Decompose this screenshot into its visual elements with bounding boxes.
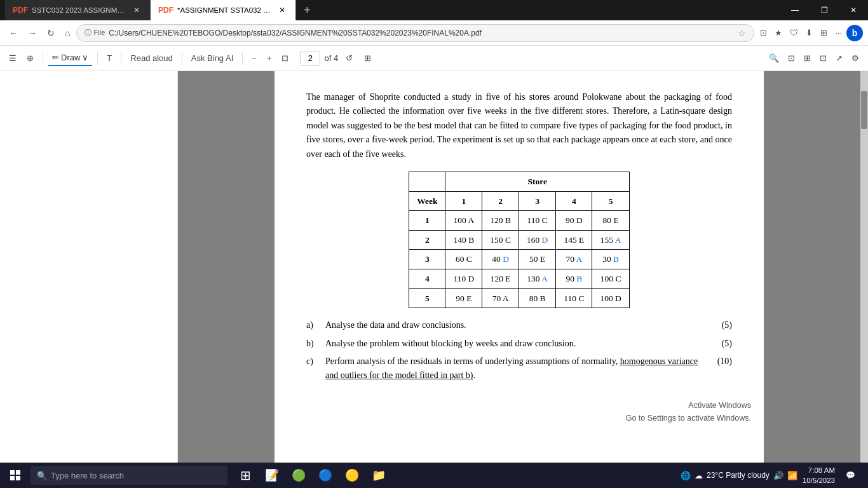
sidebar-panel — [0, 71, 178, 463]
week5-label: 5 — [409, 288, 445, 308]
pdf-area: The manager of Shoprite conducted a stud… — [178, 71, 868, 463]
weather-icon: ☁ — [695, 471, 703, 480]
start-button[interactable] — [0, 463, 31, 488]
table-header-empty — [409, 172, 445, 191]
text-select-button[interactable]: T — [103, 51, 116, 65]
tab2-label: *ASSIGNMENT SSTA032 2023 FI... — [177, 6, 273, 14]
question-list: a) Analyse the data and draw conclusions… — [306, 318, 732, 383]
tab2-close-button[interactable]: ✕ — [276, 4, 288, 16]
taskbar-right: 🌐 ☁ 23°C Partly cloudy 🔊 📶 7:08 AM 10/5/… — [681, 463, 868, 488]
app-notepad-icon[interactable]: 📝 — [259, 463, 285, 488]
maximize-button[interactable]: ❐ — [810, 0, 839, 20]
page-number-input[interactable] — [300, 51, 320, 66]
network-icon[interactable]: 🌐 — [681, 471, 691, 480]
search-icon: 🔍 — [37, 471, 47, 480]
print-button[interactable]: ⊡ — [784, 51, 799, 65]
zoom-plus-button[interactable]: + — [263, 51, 276, 65]
tab-sstc032[interactable]: PDF SSTC032 2023 ASSIGNMENT.pdf ✕ — [5, 0, 151, 20]
fit-page-button[interactable]: ⊡ — [278, 51, 292, 65]
clock-display: 7:08 AM 10/5/2023 — [803, 465, 835, 485]
taskbar-apps: ⊞ 📝 🟢 🔵 🟡 📁 — [233, 463, 391, 488]
w5s3: 80 B — [519, 288, 555, 308]
notification-button[interactable]: 💬 — [840, 463, 860, 488]
back-button[interactable]: ← — [5, 25, 22, 41]
pdf-toolbar-right: 🔍 ⊡ ⊞ ⊡ ↗ ⚙ — [765, 51, 863, 65]
page-of-text: of 4 — [324, 53, 338, 63]
question-a: a) Analyse the data and draw conclusions… — [306, 318, 732, 332]
table-row: 5 90 E 70 A 80 B 110 C 100 D — [409, 288, 630, 308]
titlebar-controls: — ❐ ✕ — [780, 0, 868, 20]
bookmark-button[interactable]: ⊕ — [23, 51, 37, 65]
scrollbar[interactable] — [860, 71, 868, 463]
w2s1: 140 B — [445, 230, 482, 250]
separator-5 — [242, 52, 243, 65]
app-another-icon[interactable]: 🟡 — [339, 463, 365, 488]
edge-icon-button[interactable]: b — [846, 25, 863, 41]
sidebar-toggle-button[interactable]: ☰ — [5, 51, 20, 65]
separator-3 — [121, 52, 121, 65]
page-layout-button[interactable]: ⊞ — [360, 51, 375, 65]
q-text-c: Perform analysis of the residuals in ter… — [325, 355, 707, 383]
q-underline-text: homogenous variance and outliers for the… — [325, 356, 698, 380]
week4-label: 4 — [409, 269, 445, 288]
tab1-label: SSTC032 2023 ASSIGNMENT.pdf — [32, 6, 127, 14]
scroll-thumb[interactable] — [861, 91, 867, 129]
downloads-button[interactable]: ⬇ — [803, 25, 816, 40]
tab1-close-button[interactable]: ✕ — [131, 4, 142, 16]
activate-windows-notice: Activate Windows Go to Settings to activ… — [626, 399, 751, 424]
date-text: 10/5/2023 — [803, 475, 835, 485]
pdf-settings-button[interactable]: ⚙ — [848, 51, 863, 65]
browser-apps-button[interactable]: ⊞ — [817, 25, 831, 40]
w3s4: 70 A — [556, 250, 592, 269]
minimize-button[interactable]: — — [780, 0, 810, 20]
w4s2: 120 E — [482, 269, 519, 288]
w1s1: 100 A — [445, 211, 482, 231]
fullscreen-button[interactable]: ↗ — [832, 51, 846, 65]
save-button[interactable]: ⊞ — [800, 51, 815, 65]
url-bar[interactable]: ⓘ File C:/Users/CHUENE%20TEBOGO/Desktop/… — [76, 24, 754, 42]
draw-label: Draw — [61, 53, 80, 62]
search-pdf-button[interactable]: 🔍 — [765, 51, 783, 65]
pdf-page: The manager of Shoprite conducted a stud… — [275, 71, 764, 463]
browser-essentials-button[interactable]: 🛡 — [787, 25, 801, 40]
rotate-button[interactable]: ↺ — [342, 51, 356, 65]
settings-more-button[interactable]: ··· — [832, 25, 845, 40]
table-store5-header: 5 — [592, 191, 629, 211]
app-files-icon[interactable]: 📁 — [366, 463, 391, 488]
home-button[interactable]: ⌂ — [61, 25, 74, 41]
share-button[interactable]: ⊡ — [816, 51, 831, 65]
week2-label: 2 — [409, 230, 445, 250]
forward-button[interactable]: → — [24, 25, 41, 41]
w1s5: 80 E — [592, 211, 629, 231]
draw-button[interactable]: ✏ Draw ∨ — [48, 50, 92, 66]
q-text-b: Analyse the problem without blocking by … — [325, 337, 707, 351]
weather-text: 23°C Partly cloudy — [707, 471, 770, 480]
app-chrome-icon[interactable]: 🟢 — [286, 463, 311, 488]
pdf-paragraph: The manager of Shoprite conducted a stud… — [306, 90, 732, 161]
w2s4: 145 E — [556, 230, 592, 250]
favorites-button[interactable]: ★ — [771, 25, 785, 40]
w4s3: 130 A — [519, 269, 555, 288]
close-button[interactable]: ✕ — [839, 0, 868, 20]
app-vlc-icon[interactable]: 🔵 — [313, 463, 338, 488]
task-view-button[interactable]: ⊞ — [233, 463, 258, 488]
favorite-star-icon[interactable]: ☆ — [738, 28, 746, 38]
read-aloud-button[interactable]: Read aloud — [126, 51, 177, 65]
split-view-button[interactable]: ⊡ — [757, 25, 770, 40]
address-bar: ← → ↻ ⌂ ⓘ File C:/Users/CHUENE%20TEBOGO/… — [0, 20, 868, 46]
refresh-button[interactable]: ↻ — [43, 25, 58, 41]
week3-label: 3 — [409, 250, 445, 269]
zoom-minus-button[interactable]: − — [248, 51, 261, 65]
question-c: c) Perform analysis of the residuals in … — [306, 355, 732, 383]
new-tab-button[interactable]: + — [296, 0, 318, 20]
windows-logo-icon — [10, 470, 20, 480]
pdf-icon-tab1: PDF — [13, 6, 28, 15]
tab-ssta032[interactable]: PDF *ASSIGNMENT SSTA032 2023 FI... ✕ — [151, 0, 296, 20]
taskbar-search-bar[interactable]: 🔍 Type here to search — [31, 466, 227, 485]
speaker-icon[interactable]: 🔊 — [773, 471, 783, 480]
q-marks-b: (5) — [707, 337, 732, 351]
pencil-icon: ✏ — [52, 53, 59, 62]
ask-bing-button[interactable]: Ask Bing AI — [187, 51, 237, 65]
draw-chevron-icon: ∨ — [82, 53, 88, 62]
wifi-icon[interactable]: 📶 — [787, 471, 797, 480]
